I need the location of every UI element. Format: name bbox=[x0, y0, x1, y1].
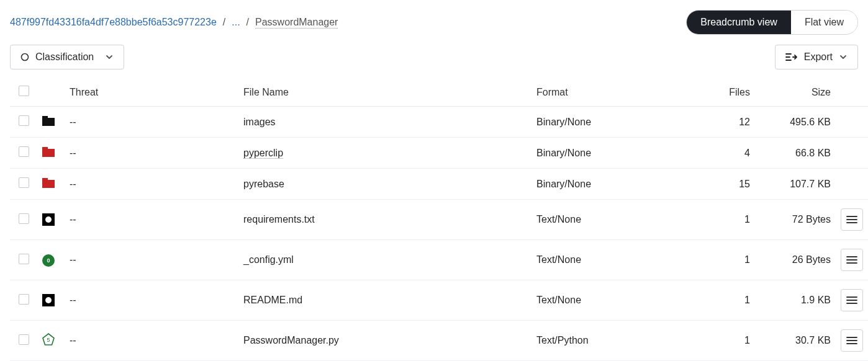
breadcrumb-ellipsis[interactable]: ... bbox=[232, 17, 240, 28]
format-value: Binary/None bbox=[536, 117, 591, 127]
file-name-link[interactable]: requirements.txt bbox=[243, 214, 315, 225]
classification-label: Classification bbox=[35, 51, 94, 63]
file-icon bbox=[42, 294, 55, 306]
status-badge-icon: 0 bbox=[42, 254, 55, 267]
table-row: 0--_config.ymlText/None126 Bytes bbox=[10, 240, 868, 280]
files-value: 15 bbox=[739, 179, 750, 189]
row-checkbox[interactable] bbox=[19, 213, 29, 224]
export-button[interactable]: Export bbox=[775, 45, 858, 69]
threat-value: -- bbox=[70, 148, 76, 158]
size-value: 26 Bytes bbox=[792, 254, 831, 265]
file-name-link[interactable]: pyrebase bbox=[243, 179, 284, 189]
svg-point-0 bbox=[22, 54, 29, 61]
format-value: Text/None bbox=[536, 214, 581, 225]
size-value: 30.7 KB bbox=[795, 335, 831, 345]
size-value: 107.7 KB bbox=[790, 179, 831, 189]
row-checkbox[interactable] bbox=[19, 146, 29, 157]
classification-filter[interactable]: Classification bbox=[10, 45, 124, 69]
chevron-down-icon bbox=[105, 53, 114, 61]
size-header[interactable]: Size bbox=[755, 78, 836, 107]
export-label: Export bbox=[804, 51, 833, 63]
files-value: 1 bbox=[744, 254, 750, 265]
table-row: --requirements.txtText/None172 Bytes bbox=[10, 200, 868, 240]
size-value: 72 Bytes bbox=[792, 214, 831, 225]
row-actions-button[interactable] bbox=[841, 329, 863, 352]
files-value: 1 bbox=[744, 214, 750, 225]
breadcrumb-current[interactable]: PasswordManager bbox=[255, 17, 338, 29]
breadcrumb-root-hash[interactable]: 487f997fd43316fa4df7e88bbe5f6a53c977223e bbox=[10, 17, 217, 28]
file-name-link[interactable]: pyperclip bbox=[243, 148, 283, 159]
format-header[interactable]: Format bbox=[531, 78, 705, 107]
format-value: Binary/None bbox=[536, 179, 591, 189]
files-value: 1 bbox=[744, 295, 750, 305]
file-icon bbox=[42, 213, 55, 226]
files-value: 12 bbox=[739, 117, 750, 127]
select-all-checkbox[interactable] bbox=[19, 86, 29, 96]
size-value: 66.8 KB bbox=[795, 148, 831, 158]
file-name-link[interactable]: PasswordManager.py bbox=[243, 335, 339, 345]
threat-value: -- bbox=[70, 179, 76, 189]
view-toggle: Breadcrumb view Flat view bbox=[686, 10, 858, 35]
row-checkbox[interactable] bbox=[19, 294, 29, 305]
row-checkbox[interactable] bbox=[19, 177, 29, 188]
format-value: Binary/None bbox=[536, 148, 591, 158]
folder-icon bbox=[42, 178, 55, 188]
threat-value: -- bbox=[70, 335, 76, 345]
format-value: Text/None bbox=[536, 254, 581, 265]
flat-view-tab[interactable]: Flat view bbox=[791, 11, 857, 34]
filename-header[interactable]: File Name bbox=[238, 78, 531, 107]
threat-value: -- bbox=[70, 214, 76, 225]
row-checkbox[interactable] bbox=[19, 115, 29, 126]
table-row: 5--PasswordManager.pyText/Python130.7 KB bbox=[10, 321, 868, 361]
svg-text:5: 5 bbox=[47, 337, 50, 343]
file-table: Threat File Name Format Files Size --ima… bbox=[10, 78, 868, 361]
threat-value: -- bbox=[70, 295, 76, 305]
table-row: --README.mdText/None11.9 KB bbox=[10, 280, 868, 321]
breadcrumb-separator: / bbox=[223, 17, 225, 28]
size-value: 1.9 KB bbox=[801, 295, 831, 305]
breadcrumb-separator: / bbox=[246, 17, 249, 28]
file-name-link[interactable]: images bbox=[243, 117, 276, 127]
folder-icon bbox=[42, 147, 55, 157]
folder-icon bbox=[42, 116, 55, 126]
breadcrumb-view-tab[interactable]: Breadcrumb view bbox=[687, 11, 791, 34]
row-actions-button[interactable] bbox=[841, 208, 863, 231]
table-row: --pyrebaseBinary/None15107.7 KB bbox=[10, 169, 868, 200]
size-value: 495.6 KB bbox=[790, 117, 831, 127]
score-badge-icon: 5 bbox=[42, 333, 55, 345]
row-checkbox[interactable] bbox=[19, 334, 29, 345]
row-actions-button[interactable] bbox=[841, 249, 863, 271]
threat-value: -- bbox=[70, 117, 76, 127]
chevron-down-icon bbox=[839, 53, 848, 61]
table-row: --imagesBinary/None12495.6 KB bbox=[10, 107, 868, 138]
file-name-link[interactable]: _config.yml bbox=[243, 254, 294, 265]
files-value: 4 bbox=[744, 148, 750, 158]
format-value: Text/Python bbox=[536, 335, 589, 345]
files-value: 1 bbox=[744, 335, 750, 345]
row-actions-button[interactable] bbox=[841, 289, 863, 311]
threat-value: -- bbox=[70, 254, 76, 265]
breadcrumb: 487f997fd43316fa4df7e88bbe5f6a53c977223e… bbox=[10, 17, 338, 29]
threat-header[interactable]: Threat bbox=[65, 78, 238, 107]
row-checkbox[interactable] bbox=[19, 254, 29, 264]
files-header[interactable]: Files bbox=[705, 78, 755, 107]
circle-icon bbox=[20, 53, 29, 61]
format-value: Text/None bbox=[536, 295, 581, 305]
table-row: --pyperclipBinary/None466.8 KB bbox=[10, 138, 868, 169]
export-icon bbox=[785, 52, 798, 62]
file-name-link[interactable]: README.md bbox=[243, 295, 302, 305]
